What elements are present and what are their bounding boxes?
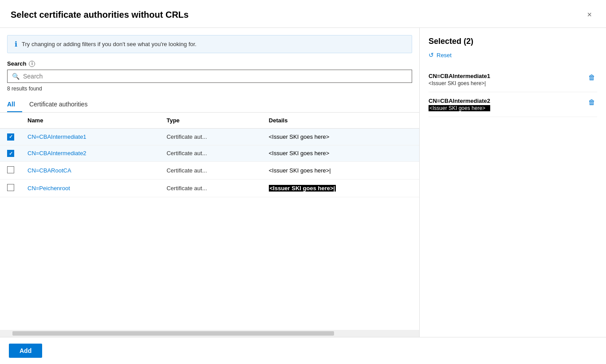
results-count: 8 results found — [7, 86, 412, 92]
reset-button[interactable]: ↺ Reset — [429, 51, 597, 59]
table-row: CN=CBAIntermediate2 Certificate aut... <… — [0, 145, 419, 162]
dialog: Select certificate authorities without C… — [0, 0, 606, 364]
info-icon: ℹ — [15, 40, 17, 48]
search-icon: 🔍 — [12, 73, 20, 80]
scrollbar-thumb[interactable] — [12, 331, 334, 336]
col-details: Details — [264, 113, 419, 129]
table-row: CN=Peichenroot Certificate aut... <Issue… — [0, 180, 419, 197]
row-name-cell: CN=Peichenroot — [22, 180, 161, 197]
selected-count-header: Selected (2) — [429, 37, 597, 46]
selected-item: CN=CBAIntermediate2 <Issuer SKI goes her… — [429, 92, 597, 117]
info-banner-text: Try changing or adding filters if you do… — [22, 41, 197, 47]
row-details-highlighted: <Issuer SKI goes here>| — [269, 185, 336, 192]
reset-icon: ↺ — [429, 51, 434, 59]
delete-selected-button[interactable]: 🗑 — [586, 73, 597, 82]
table-row: CN=CBARootCA Certificate aut... <Issuer … — [0, 162, 419, 180]
left-panel-inner: ℹ Try changing or adding filters if you … — [0, 28, 419, 337]
row-checkbox[interactable] — [7, 166, 14, 173]
search-section: Search i 🔍 8 results found — [0, 53, 419, 92]
row-details-cell: <Issuer SKI goes here>| — [264, 180, 419, 197]
search-label: Search i — [7, 60, 412, 67]
row-name-cell: CN=CBAIntermediate1 — [22, 129, 161, 145]
row-checkbox[interactable] — [7, 184, 14, 191]
selected-item-sub: <Issuer SKI goes here>| — [429, 80, 490, 86]
row-details-cell: <Issuer SKI goes here> — [264, 145, 419, 162]
row-checkbox-cell — [0, 129, 22, 145]
selected-item: CN=CBAIntermediate1 <Issuer SKI goes her… — [429, 67, 597, 92]
selected-item-name: CN=CBAIntermediate2 — [429, 98, 490, 104]
reset-label: Reset — [437, 52, 452, 59]
row-details-cell: <Issuer SKI goes here> — [264, 129, 419, 145]
search-info-icon[interactable]: i — [29, 61, 35, 67]
row-name-cell: CN=CBARootCA — [22, 162, 161, 180]
trash-icon: 🗑 — [588, 74, 595, 81]
row-type-cell: Certificate aut... — [161, 145, 263, 162]
right-panel: Selected (2) ↺ Reset CN=CBAIntermediate1… — [420, 28, 606, 337]
row-checkbox[interactable] — [7, 133, 14, 141]
results-table: Name Type Details — [0, 113, 419, 197]
search-label-text: Search — [7, 60, 26, 67]
row-type-cell: Certificate aut... — [161, 129, 263, 145]
tab-certificate-authorities[interactable]: Certificate authorities — [29, 97, 95, 112]
table-row: CN=CBAIntermediate1 Certificate aut... <… — [0, 129, 419, 145]
row-checkbox-cell — [0, 145, 22, 162]
dialog-footer: Add — [0, 337, 606, 364]
row-name-link[interactable]: CN=CBARootCA — [28, 167, 71, 174]
dialog-header: Select certificate authorities without C… — [0, 0, 606, 28]
row-type-cell: Certificate aut... — [161, 162, 263, 180]
left-panel: ℹ Try changing or adding filters if you … — [0, 28, 420, 337]
delete-selected-button[interactable]: 🗑 — [586, 98, 597, 107]
row-name-link[interactable]: CN=CBAIntermediate1 — [28, 133, 87, 140]
col-name: Name — [22, 113, 161, 129]
table-header-row: Name Type Details — [0, 113, 419, 129]
row-checkbox-cell — [0, 180, 22, 197]
selected-item-name: CN=CBAIntermediate1 — [429, 73, 490, 79]
table-container: Name Type Details — [0, 113, 419, 330]
selected-item-info: CN=CBAIntermediate2 <Issuer SKI goes her… — [429, 98, 490, 111]
selected-item-sub-highlighted: <Issuer SKI goes here> — [429, 105, 490, 111]
trash-icon: 🗑 — [588, 98, 595, 106]
row-name-cell: CN=CBAIntermediate2 — [22, 145, 161, 162]
search-box: 🔍 — [7, 70, 412, 83]
row-type-cell: Certificate aut... — [161, 180, 263, 197]
selected-item-info: CN=CBAIntermediate1 <Issuer SKI goes her… — [429, 73, 490, 86]
row-name-link[interactable]: CN=CBAIntermediate2 — [28, 150, 87, 157]
close-button[interactable]: × — [583, 9, 595, 20]
add-button[interactable]: Add — [9, 344, 42, 358]
row-checkbox-cell — [0, 162, 22, 180]
horizontal-scrollbar[interactable] — [0, 330, 419, 337]
col-checkbox — [0, 113, 22, 129]
dialog-body: ℹ Try changing or adding filters if you … — [0, 28, 606, 337]
row-details-cell: <Issuer SKI goes here>| — [264, 162, 419, 180]
search-input[interactable] — [23, 73, 407, 80]
tabs: All Certificate authorities — [0, 92, 419, 113]
dialog-title: Select certificate authorities without C… — [11, 10, 189, 20]
row-name-link[interactable]: CN=Peichenroot — [28, 185, 70, 192]
tab-all[interactable]: All — [7, 97, 22, 112]
info-banner: ℹ Try changing or adding filters if you … — [7, 35, 412, 53]
row-checkbox[interactable] — [7, 150, 14, 157]
col-type: Type — [161, 113, 263, 129]
